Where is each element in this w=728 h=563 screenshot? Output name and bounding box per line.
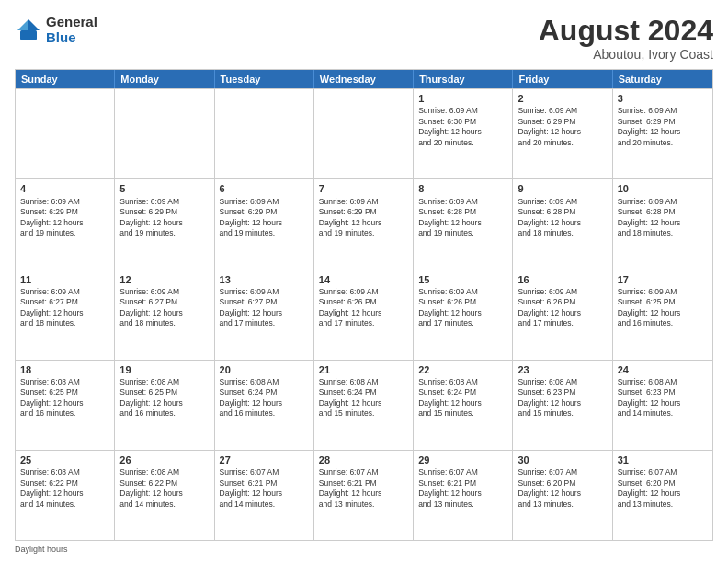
day-number: 19 <box>119 363 209 376</box>
calendar-cell-11: 11Sunrise: 6:09 AM Sunset: 6:27 PM Dayli… <box>16 270 115 360</box>
calendar-cell-7: 7Sunrise: 6:09 AM Sunset: 6:29 PM Daylig… <box>314 179 414 269</box>
logo-text: General Blue <box>46 15 97 45</box>
day-number: 24 <box>618 363 708 376</box>
calendar-cell-18: 18Sunrise: 6:08 AM Sunset: 6:25 PM Dayli… <box>16 361 115 450</box>
calendar-cell-27: 27Sunrise: 6:07 AM Sunset: 6:21 PM Dayli… <box>215 451 314 540</box>
day-number: 20 <box>220 363 309 376</box>
day-number: 15 <box>418 273 507 286</box>
day-number: 9 <box>518 182 607 195</box>
footer: Daylight hours <box>15 545 713 554</box>
calendar-cell-14: 14Sunrise: 6:09 AM Sunset: 6:26 PM Dayli… <box>314 270 414 360</box>
day-number: 10 <box>618 182 708 195</box>
day-info: Sunrise: 6:08 AM Sunset: 6:25 PM Dayligh… <box>20 377 109 419</box>
day-info: Sunrise: 6:09 AM Sunset: 6:27 PM Dayligh… <box>20 287 109 329</box>
day-info: Sunrise: 6:08 AM Sunset: 6:22 PM Dayligh… <box>119 467 209 510</box>
page: General Blue August 2024 Aboutou, Ivory … <box>0 0 728 563</box>
day-number: 30 <box>518 454 607 466</box>
calendar-cell-28: 28Sunrise: 6:07 AM Sunset: 6:21 PM Dayli… <box>314 451 414 540</box>
day-info: Sunrise: 6:08 AM Sunset: 6:24 PM Dayligh… <box>418 377 507 419</box>
calendar: SundayMondayTuesdayWednesdayThursdayFrid… <box>15 69 713 541</box>
day-number: 22 <box>418 363 507 376</box>
logo-blue: Blue <box>46 30 97 46</box>
day-info: Sunrise: 6:09 AM Sunset: 6:29 PM Dayligh… <box>220 197 309 239</box>
svg-marker-1 <box>17 19 28 30</box>
calendar-cell-22: 22Sunrise: 6:08 AM Sunset: 6:24 PM Dayli… <box>414 361 513 450</box>
header-day-wednesday: Wednesday <box>314 70 414 88</box>
day-info: Sunrise: 6:09 AM Sunset: 6:30 PM Dayligh… <box>418 106 507 148</box>
day-number: 27 <box>220 454 309 466</box>
page-title: August 2024 <box>539 15 713 47</box>
calendar-cell-3: 3Sunrise: 6:09 AM Sunset: 6:29 PM Daylig… <box>613 89 712 178</box>
day-info: Sunrise: 6:07 AM Sunset: 6:20 PM Dayligh… <box>618 467 708 510</box>
day-info: Sunrise: 6:09 AM Sunset: 6:26 PM Dayligh… <box>518 287 607 329</box>
calendar-row-4: 18Sunrise: 6:08 AM Sunset: 6:25 PM Dayli… <box>16 360 712 450</box>
day-number: 11 <box>20 273 109 286</box>
calendar-cell-26: 26Sunrise: 6:08 AM Sunset: 6:22 PM Dayli… <box>115 451 214 540</box>
calendar-cell-8: 8Sunrise: 6:09 AM Sunset: 6:28 PM Daylig… <box>414 179 513 269</box>
day-number: 6 <box>220 182 309 195</box>
title-block: August 2024 Aboutou, Ivory Coast <box>539 15 713 62</box>
day-info: Sunrise: 6:08 AM Sunset: 6:22 PM Dayligh… <box>20 467 109 510</box>
header-day-tuesday: Tuesday <box>215 70 314 88</box>
day-number: 4 <box>20 182 109 195</box>
header-day-thursday: Thursday <box>414 70 513 88</box>
header-day-saturday: Saturday <box>613 70 712 88</box>
day-number: 28 <box>319 454 408 466</box>
day-number: 29 <box>418 454 507 466</box>
calendar-cell-1: 1Sunrise: 6:09 AM Sunset: 6:30 PM Daylig… <box>414 89 513 178</box>
day-info: Sunrise: 6:08 AM Sunset: 6:24 PM Dayligh… <box>220 377 309 419</box>
day-info: Sunrise: 6:07 AM Sunset: 6:21 PM Dayligh… <box>319 467 408 510</box>
day-info: Sunrise: 6:09 AM Sunset: 6:29 PM Dayligh… <box>518 106 607 148</box>
calendar-cell-empty-3 <box>314 89 414 178</box>
day-info: Sunrise: 6:08 AM Sunset: 6:24 PM Dayligh… <box>319 377 408 419</box>
day-number: 7 <box>319 182 408 195</box>
day-info: Sunrise: 6:09 AM Sunset: 6:26 PM Dayligh… <box>418 287 507 329</box>
calendar-cell-2: 2Sunrise: 6:09 AM Sunset: 6:29 PM Daylig… <box>513 89 612 178</box>
calendar-cell-23: 23Sunrise: 6:08 AM Sunset: 6:23 PM Dayli… <box>513 361 612 450</box>
calendar-cell-15: 15Sunrise: 6:09 AM Sunset: 6:26 PM Dayli… <box>414 270 513 360</box>
day-number: 17 <box>618 273 708 286</box>
logo-general: General <box>46 15 97 30</box>
calendar-cell-17: 17Sunrise: 6:09 AM Sunset: 6:25 PM Dayli… <box>613 270 712 360</box>
day-info: Sunrise: 6:09 AM Sunset: 6:29 PM Dayligh… <box>319 197 408 239</box>
svg-marker-0 <box>28 19 40 30</box>
calendar-row-3: 11Sunrise: 6:09 AM Sunset: 6:27 PM Dayli… <box>16 270 712 360</box>
day-info: Sunrise: 6:09 AM Sunset: 6:27 PM Dayligh… <box>220 287 309 329</box>
calendar-cell-5: 5Sunrise: 6:09 AM Sunset: 6:29 PM Daylig… <box>115 179 214 269</box>
day-number: 1 <box>418 92 507 105</box>
day-number: 8 <box>418 182 507 195</box>
calendar-cell-29: 29Sunrise: 6:07 AM Sunset: 6:21 PM Dayli… <box>414 451 513 540</box>
calendar-cell-empty-1 <box>115 89 214 178</box>
day-number: 5 <box>119 182 209 195</box>
day-info: Sunrise: 6:09 AM Sunset: 6:28 PM Dayligh… <box>618 197 708 239</box>
calendar-cell-10: 10Sunrise: 6:09 AM Sunset: 6:28 PM Dayli… <box>613 179 712 269</box>
day-info: Sunrise: 6:08 AM Sunset: 6:23 PM Dayligh… <box>618 377 708 419</box>
day-number: 25 <box>20 454 109 466</box>
day-info: Sunrise: 6:08 AM Sunset: 6:23 PM Dayligh… <box>518 377 607 419</box>
calendar-cell-30: 30Sunrise: 6:07 AM Sunset: 6:20 PM Dayli… <box>513 451 612 540</box>
day-info: Sunrise: 6:07 AM Sunset: 6:21 PM Dayligh… <box>220 467 309 510</box>
day-info: Sunrise: 6:07 AM Sunset: 6:20 PM Dayligh… <box>518 467 607 510</box>
day-number: 3 <box>618 92 708 105</box>
calendar-cell-25: 25Sunrise: 6:08 AM Sunset: 6:22 PM Dayli… <box>16 451 115 540</box>
day-info: Sunrise: 6:09 AM Sunset: 6:27 PM Dayligh… <box>119 287 209 329</box>
day-number: 2 <box>518 92 607 105</box>
day-info: Sunrise: 6:08 AM Sunset: 6:25 PM Dayligh… <box>119 377 209 419</box>
day-info: Sunrise: 6:09 AM Sunset: 6:28 PM Dayligh… <box>518 197 607 239</box>
calendar-cell-16: 16Sunrise: 6:09 AM Sunset: 6:26 PM Dayli… <box>513 270 612 360</box>
calendar-cell-empty-2 <box>215 89 314 178</box>
calendar-cell-4: 4Sunrise: 6:09 AM Sunset: 6:29 PM Daylig… <box>16 179 115 269</box>
calendar-cell-21: 21Sunrise: 6:08 AM Sunset: 6:24 PM Dayli… <box>314 361 414 450</box>
day-number: 13 <box>220 273 309 286</box>
svg-rect-2 <box>20 30 37 40</box>
day-number: 18 <box>20 363 109 376</box>
calendar-cell-13: 13Sunrise: 6:09 AM Sunset: 6:27 PM Dayli… <box>215 270 314 360</box>
header-day-friday: Friday <box>513 70 612 88</box>
page-subtitle: Aboutou, Ivory Coast <box>539 47 713 62</box>
calendar-row-5: 25Sunrise: 6:08 AM Sunset: 6:22 PM Dayli… <box>16 450 712 540</box>
day-number: 26 <box>119 454 209 466</box>
calendar-row-1: 1Sunrise: 6:09 AM Sunset: 6:30 PM Daylig… <box>16 88 712 178</box>
day-info: Sunrise: 6:09 AM Sunset: 6:25 PM Dayligh… <box>618 287 708 329</box>
calendar-cell-20: 20Sunrise: 6:08 AM Sunset: 6:24 PM Dayli… <box>215 361 314 450</box>
calendar-header: SundayMondayTuesdayWednesdayThursdayFrid… <box>16 70 712 88</box>
